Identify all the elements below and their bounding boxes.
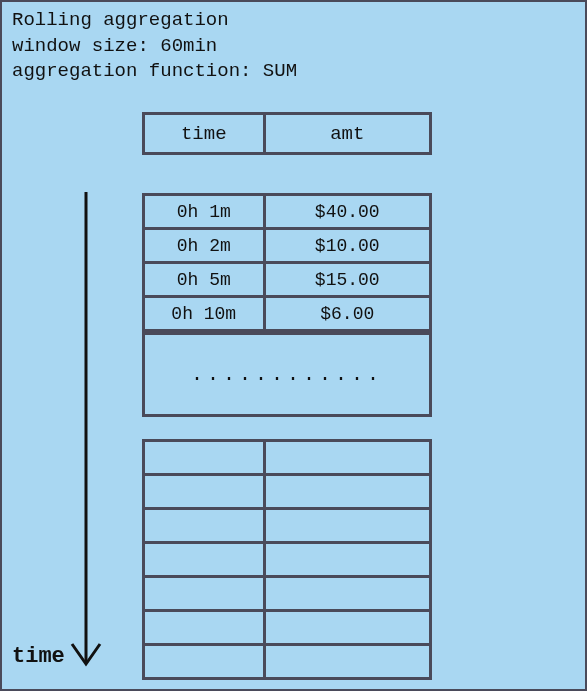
cell-empty <box>264 509 430 543</box>
cell-empty <box>144 543 265 577</box>
col-header-time: time <box>144 114 265 154</box>
cell-empty <box>144 441 265 475</box>
cell-amt: $40.00 <box>264 195 430 229</box>
cell-empty <box>264 645 430 679</box>
cell-time: 0h 5m <box>144 263 265 297</box>
cell-empty <box>264 441 430 475</box>
table-row <box>144 441 431 475</box>
table-row <box>144 509 431 543</box>
cell-empty <box>264 611 430 645</box>
cell-empty <box>144 475 265 509</box>
spacer <box>142 417 432 439</box>
cell-empty <box>144 645 265 679</box>
table-row: 0h 1m$40.00 <box>144 195 431 229</box>
empty-rows-table <box>142 439 432 680</box>
ellipsis-text: ............ <box>191 363 383 386</box>
cell-empty <box>144 577 265 611</box>
diagram-canvas: Rolling aggregation window size: 60min a… <box>0 0 587 691</box>
time-axis-arrow <box>16 192 106 682</box>
table-row <box>144 543 431 577</box>
cell-amt: $15.00 <box>264 263 430 297</box>
cell-empty <box>264 577 430 611</box>
cell-empty <box>144 509 265 543</box>
table-row: 0h 2m$10.00 <box>144 229 431 263</box>
data-table-area: time amt 0h 1m$40.000h 2m$10.000h 5m$15.… <box>142 112 432 680</box>
title-line: Rolling aggregation <box>12 9 229 31</box>
header-table: time amt <box>142 112 432 155</box>
cell-time: 0h 10m <box>144 297 265 331</box>
table-row <box>144 645 431 679</box>
cell-time: 0h 1m <box>144 195 265 229</box>
cell-empty <box>264 543 430 577</box>
cell-empty <box>144 611 265 645</box>
table-header-row: time amt <box>144 114 431 154</box>
table-row: 0h 5m$15.00 <box>144 263 431 297</box>
agg-line: aggregation function: SUM <box>12 60 297 82</box>
axis-label: time <box>12 644 65 669</box>
table-row <box>144 577 431 611</box>
arrow-down-icon <box>16 192 106 682</box>
table-row: 0h 10m$6.00 <box>144 297 431 331</box>
cell-time: 0h 2m <box>144 229 265 263</box>
cell-amt: $6.00 <box>264 297 430 331</box>
cell-empty <box>264 475 430 509</box>
col-header-amt: amt <box>264 114 430 154</box>
spacer <box>142 155 432 193</box>
cell-amt: $10.00 <box>264 229 430 263</box>
table-row <box>144 475 431 509</box>
table-row <box>144 611 431 645</box>
window-line: window size: 60min <box>12 35 217 57</box>
header-text: Rolling aggregation window size: 60min a… <box>12 8 297 85</box>
data-rows-table: 0h 1m$40.000h 2m$10.000h 5m$15.000h 10m$… <box>142 193 432 332</box>
ellipsis-box: ............ <box>142 332 432 417</box>
